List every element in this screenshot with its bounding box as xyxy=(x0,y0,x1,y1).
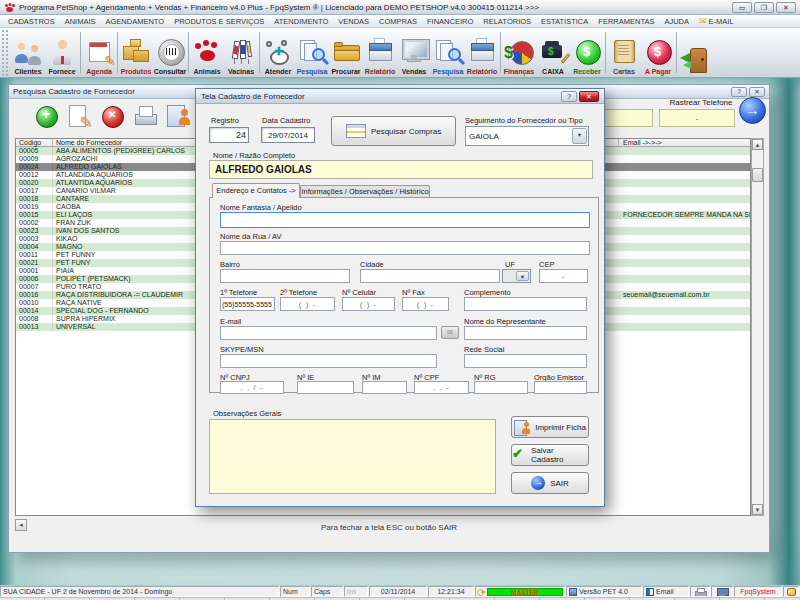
cnpj-input[interactable]: . . / - xyxy=(220,381,284,394)
scrollbar-thumb[interactable] xyxy=(752,168,763,182)
rua-input[interactable] xyxy=(220,241,590,255)
menu-ferramentas[interactable]: FERRAMENTAS xyxy=(593,17,659,26)
imprimir-ficha-button[interactable]: Imprimir Ficha xyxy=(511,416,589,438)
cpf-input[interactable]: . . - xyxy=(414,381,469,394)
toolbar-button-relatorio[interactable]: Relatório xyxy=(363,28,397,77)
pesquisar-compras-button[interactable]: Pesquisar Compras xyxy=(331,116,456,146)
edit-record-icon[interactable] xyxy=(66,103,92,129)
toolbar-button-produtos[interactable]: Produtos xyxy=(119,28,153,77)
scroll-up-icon[interactable]: ▲ xyxy=(752,139,763,150)
search-help-button[interactable]: ? xyxy=(731,87,747,97)
cell-codigo: 00024 xyxy=(19,163,38,171)
report-person-icon[interactable] xyxy=(165,103,191,129)
minimize-button[interactable]: ▭ xyxy=(732,2,752,13)
toolbar-button-caixa[interactable]: CAIXA xyxy=(536,28,570,77)
toolbar-button-exit[interactable] xyxy=(678,28,712,77)
menu-ajuda[interactable]: AJUDA xyxy=(659,17,694,26)
menu-produtos-e-servicos[interactable]: PRODUTOS E SERVIÇOS xyxy=(169,17,269,26)
menu-cadastros[interactable]: CADASTROS xyxy=(3,17,60,26)
seguimento-select[interactable]: GAIOLA xyxy=(465,126,589,146)
close-button[interactable]: ✕ xyxy=(776,2,796,13)
book-icon xyxy=(646,588,654,596)
observacoes-label: Observações Gerais xyxy=(213,409,281,418)
registro-field[interactable]: 24 xyxy=(209,127,249,143)
orgao-emissor-input[interactable] xyxy=(534,381,587,394)
caixa-icon xyxy=(537,37,569,67)
salvar-cadastro-button[interactable]: Salvar Cadastro xyxy=(511,444,589,466)
toolbar-button-procurar[interactable]: Procurar xyxy=(329,28,363,77)
cep-input[interactable]: - xyxy=(539,269,588,283)
search-go-button[interactable]: → xyxy=(739,97,766,124)
celular-input[interactable]: ( ) - xyxy=(342,297,395,311)
toolbar-button-cartas[interactable]: Cartas xyxy=(607,28,641,77)
im-input[interactable] xyxy=(362,381,407,394)
menu-vendas[interactable]: VENDAS xyxy=(333,17,374,26)
table-vertical-scrollbar[interactable]: ▲ ▼ xyxy=(751,138,764,516)
menu-animais[interactable]: ANIMAIS xyxy=(60,17,101,26)
search-close-button[interactable]: ✕ xyxy=(749,87,765,97)
toolbar-button-fornece[interactable]: Fornece xyxy=(45,28,79,77)
add-record-icon[interactable] xyxy=(33,103,59,129)
toolbar-button-vacinas[interactable]: Vacinas xyxy=(224,28,258,77)
apagar-icon xyxy=(642,37,674,67)
folder-icon xyxy=(330,37,362,67)
toolbar-button-pesquisa[interactable]: Pesquisa xyxy=(431,28,465,77)
column-header-email[interactable]: Email ->->-> xyxy=(623,139,662,147)
menu-relatorios[interactable]: RELATÓRIOS xyxy=(478,17,536,26)
email-input[interactable] xyxy=(220,326,437,340)
toolbar-button-consultar[interactable]: Consultar xyxy=(153,28,187,77)
toolbar-button-animais[interactable]: Animais xyxy=(190,28,224,77)
toolbar-button-agenda[interactable]: Agenda xyxy=(82,28,116,77)
print-icon[interactable] xyxy=(132,103,158,129)
dialog-close-button[interactable]: ✕ xyxy=(579,91,599,102)
status-printer[interactable] xyxy=(690,586,710,597)
cidade-input[interactable] xyxy=(360,269,500,283)
toolbar-button-relatorio[interactable]: Relatório xyxy=(465,28,499,77)
toolbar-button-vendas[interactable]: Vendas xyxy=(397,28,431,77)
complemento-input[interactable] xyxy=(464,297,587,311)
skype-input[interactable] xyxy=(220,354,437,368)
representante-input[interactable] xyxy=(464,326,587,340)
fax-input[interactable]: ( ) - xyxy=(402,297,449,311)
ie-input[interactable] xyxy=(297,381,354,394)
toolbar-label: Finanças xyxy=(504,67,534,76)
nome-razao-field[interactable]: ALFREDO GAIOLAS xyxy=(209,160,593,179)
delete-record-icon[interactable] xyxy=(99,103,125,129)
data-cadastro-field[interactable]: 29/07/2014 xyxy=(261,127,315,143)
sair-button[interactable]: SAIR xyxy=(511,472,589,494)
status-monitor[interactable] xyxy=(711,586,733,597)
rede-social-input[interactable] xyxy=(464,354,587,368)
observacoes-textarea[interactable] xyxy=(209,419,496,494)
toolbar-button-financas[interactable]: Finanças xyxy=(502,28,536,77)
clients-icon xyxy=(12,37,44,67)
toolbar-button-pesquisa[interactable]: Pesquisa xyxy=(295,28,329,77)
bairro-input[interactable] xyxy=(220,269,350,283)
column-header-codigo[interactable]: Código xyxy=(19,139,41,147)
fantasia-input[interactable] xyxy=(220,212,590,228)
toolbar-button-atender[interactable]: Atender xyxy=(261,28,295,77)
restore-button[interactable]: ❐ xyxy=(754,2,774,13)
status-caps-lock: Caps xyxy=(311,586,343,597)
tab-endereco-contatos[interactable]: Endereço e Contatos -> xyxy=(212,183,300,198)
menu-estatistica[interactable]: ESTATISTICA xyxy=(536,17,593,26)
uf-select[interactable] xyxy=(502,269,531,283)
toolbar-label: Pesquisa xyxy=(433,67,464,76)
supplier-icon xyxy=(46,37,78,67)
toolbar-button-a-pagar[interactable]: A Pagar xyxy=(641,28,675,77)
menu-e-mail[interactable]: ✉E-MAIL xyxy=(694,16,739,26)
send-email-button[interactable]: ✉ xyxy=(441,326,459,339)
status-email[interactable]: Email xyxy=(643,586,689,597)
menu-agendamento[interactable]: AGENDAMENTO xyxy=(101,17,170,26)
toolbar-button-clientes[interactable]: Clientes xyxy=(11,28,45,77)
menu-financeiro[interactable]: FINANCEIRO xyxy=(422,17,478,26)
dialog-help-button[interactable]: ? xyxy=(561,91,577,102)
menu-atendimento[interactable]: ATENDIMENTO xyxy=(269,17,333,26)
rastrear-telefone-input[interactable]: - xyxy=(659,109,735,127)
rg-input[interactable] xyxy=(474,381,528,394)
toolbar-button-receber[interactable]: Receber xyxy=(570,28,604,77)
tel2-input[interactable]: ( ) - xyxy=(280,297,335,311)
tel1-input[interactable]: (55)55555-5555 xyxy=(220,297,275,311)
column-header-nome[interactable]: Nome do Fornecedor xyxy=(56,139,122,147)
scroll-down-icon[interactable]: ▼ xyxy=(752,504,763,515)
menu-compras[interactable]: COMPRAS xyxy=(374,17,422,26)
